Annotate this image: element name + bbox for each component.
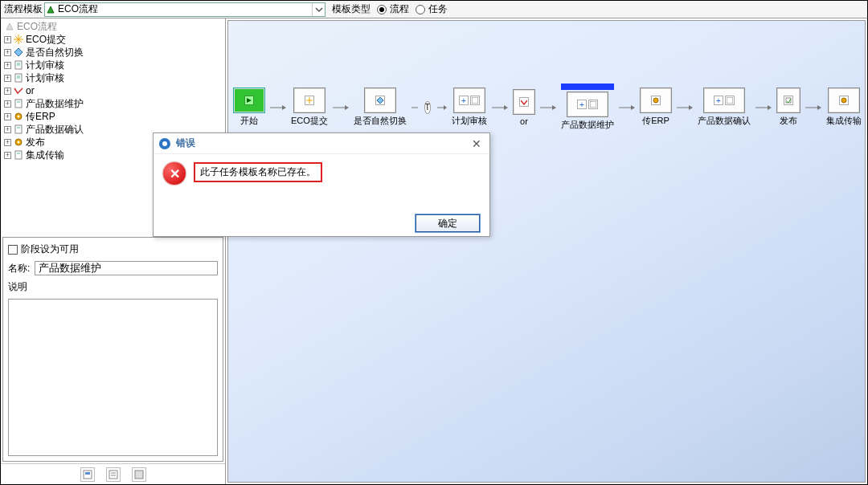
tree-item[interactable]: + 产品数据维护 xyxy=(2,97,223,110)
tree-item-label: ECO提交 xyxy=(26,33,66,47)
name-input[interactable] xyxy=(35,261,218,275)
radio-task[interactable] xyxy=(416,5,425,14)
svg-point-16 xyxy=(18,116,20,118)
svg-rect-21 xyxy=(15,151,22,159)
tree-item-label: 计划审核 xyxy=(26,59,64,72)
expand-icon[interactable]: + xyxy=(4,62,11,69)
node-label: 产品数据确认 xyxy=(698,115,751,127)
tree-item-label: 计划审核 xyxy=(26,71,64,85)
triangle-icon xyxy=(45,4,56,15)
node-label: 开始 xyxy=(240,115,258,127)
dialog-titlebar[interactable]: 错误 ✕ xyxy=(154,133,489,154)
desc-label: 说明 xyxy=(8,280,218,294)
tree-item[interactable]: + 是否自然切换 xyxy=(2,46,223,59)
node-data-confirm[interactable]: + 产品数据确认 xyxy=(698,88,751,127)
dialog-body: ✕ 此子任务模板名称已存在。 xyxy=(154,154,489,210)
svg-point-48 xyxy=(653,98,658,103)
expand-icon[interactable]: + xyxy=(4,152,11,159)
arrow-icon xyxy=(437,104,447,112)
tree-item-label: or xyxy=(26,85,35,96)
tree-item[interactable]: + 计划审核 xyxy=(2,59,223,71)
node-switch[interactable]: 是否自然切换 xyxy=(354,88,407,127)
radio-flow[interactable] xyxy=(377,5,387,14)
svg-rect-25 xyxy=(109,471,117,479)
svg-marker-39 xyxy=(444,105,447,110)
expand-icon[interactable]: + xyxy=(4,139,11,146)
expand-icon[interactable]: + xyxy=(4,113,11,120)
arrow-icon xyxy=(755,104,772,112)
arrow-icon xyxy=(677,104,693,112)
svg-point-57 xyxy=(841,98,846,103)
expand-icon[interactable]: + xyxy=(4,88,11,95)
node-or[interactable]: or xyxy=(513,89,535,126)
chevron-down-icon[interactable] xyxy=(312,3,325,16)
expand-icon[interactable]: + xyxy=(4,36,11,43)
gate-t[interactable]: T xyxy=(424,101,431,114)
stage-checkbox-row[interactable]: 阶段设为可用 xyxy=(8,243,218,256)
doc-icon xyxy=(13,72,24,84)
expand-icon[interactable]: + xyxy=(4,49,11,56)
node-label: 是否自然切换 xyxy=(354,115,407,127)
arrow-icon xyxy=(492,104,508,112)
node-label: 传ERP xyxy=(642,115,669,127)
desc-wrap xyxy=(8,299,218,456)
node-plan-review[interactable]: + 计划审核 xyxy=(452,88,487,127)
svg-marker-0 xyxy=(47,6,54,13)
svg-rect-13 xyxy=(15,100,22,108)
expand-icon[interactable]: + xyxy=(4,75,11,82)
node-integrate[interactable]: 集成传输 xyxy=(826,88,862,127)
toolbar-button-1[interactable] xyxy=(80,467,95,482)
stage-checkbox[interactable] xyxy=(8,245,18,255)
svg-marker-53 xyxy=(768,105,772,110)
expand-icon[interactable]: + xyxy=(4,100,11,108)
svg-rect-40 xyxy=(472,97,478,104)
toolbar-button-3[interactable] xyxy=(132,467,146,482)
radio-flow-group[interactable]: 流程 xyxy=(377,2,409,16)
node-label: 发布 xyxy=(780,115,797,127)
top-toolbar: 流程模板 ECO流程 模板类型 流程 任务 xyxy=(1,1,867,18)
svg-point-62 xyxy=(162,141,167,146)
close-icon[interactable]: ✕ xyxy=(469,136,485,152)
node-label: 集成传输 xyxy=(826,115,862,127)
tree-item-label: 产品数据维护 xyxy=(26,97,84,111)
tree-root[interactable]: ECO流程 xyxy=(2,20,223,33)
tree-item-label: 传ERP xyxy=(26,110,55,124)
node-label: ECO提交 xyxy=(291,115,328,127)
desc-textarea[interactable] xyxy=(8,299,218,456)
node-publish[interactable]: 发布 xyxy=(776,88,800,127)
type-label: 模板类型 xyxy=(332,2,371,16)
tree-item[interactable]: + or xyxy=(2,84,223,97)
button-bar xyxy=(1,463,225,484)
svg-marker-6 xyxy=(14,48,23,56)
flow-strip: 开始 ECO提交 是否自然切换 T + xyxy=(233,84,860,131)
radio-task-group[interactable]: 任务 xyxy=(416,2,448,16)
node-start[interactable]: 开始 xyxy=(233,88,265,127)
node-eco-submit[interactable]: ECO提交 xyxy=(291,88,328,127)
tree-item-label: 集成传输 xyxy=(26,149,64,162)
arrow-icon xyxy=(333,104,349,112)
node-erp[interactable]: 传ERP xyxy=(640,88,672,127)
svg-marker-36 xyxy=(377,97,383,104)
expand-icon[interactable]: + xyxy=(4,126,11,133)
tree-item-label: 是否自然切换 xyxy=(26,46,84,59)
error-message: 此子任务模板名称已存在。 xyxy=(194,162,322,182)
radio-flow-label: 流程 xyxy=(390,2,409,16)
toolbar-button-2[interactable] xyxy=(106,467,121,482)
flow-canvas[interactable]: 开始 ECO提交 是否自然切换 T + xyxy=(227,20,866,483)
diamond-icon xyxy=(13,47,24,58)
spark-icon xyxy=(13,34,24,45)
error-dialog: 错误 ✕ ✕ 此子任务模板名称已存在。 确定 xyxy=(153,132,490,237)
node-data-maintain[interactable]: + 产品数据维护 xyxy=(561,84,614,131)
tree-item[interactable]: + 传ERP xyxy=(2,110,223,123)
template-combo[interactable]: ECO流程 xyxy=(44,2,326,17)
svg-marker-56 xyxy=(817,105,821,110)
ok-button[interactable]: 确定 xyxy=(416,214,480,232)
gear-icon xyxy=(13,137,24,148)
arrow-icon xyxy=(411,104,418,112)
tree-item[interactable]: + 计划审核 xyxy=(2,71,223,84)
tree-item-label: 发布 xyxy=(26,136,45,149)
tree-item[interactable]: + ECO提交 xyxy=(2,33,223,46)
template-value: ECO流程 xyxy=(56,2,312,16)
node-label: 计划审核 xyxy=(452,115,487,127)
svg-rect-24 xyxy=(85,472,90,475)
